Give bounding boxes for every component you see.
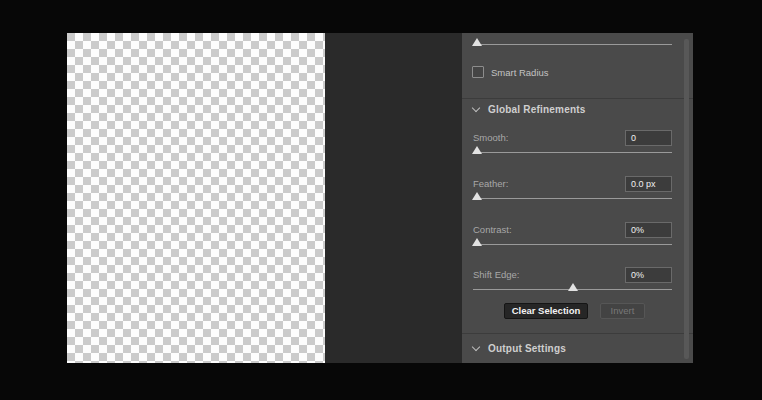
section-title: Global Refinements [488, 104, 586, 115]
shift-edge-control: Shift Edge: 0% [473, 267, 672, 301]
feather-control: Feather: 0.0 px [473, 176, 672, 210]
chevron-down-icon [472, 343, 480, 351]
contrast-control: Contrast: 0% [473, 222, 672, 256]
smart-radius-checkbox[interactable] [472, 66, 484, 78]
feather-slider[interactable] [473, 190, 672, 204]
contrast-slider-track [473, 244, 672, 245]
chevron-down-icon [472, 104, 480, 112]
radius-slider-thumb[interactable] [472, 38, 482, 46]
clear-selection-button[interactable]: Clear Selection [504, 303, 588, 319]
shift-edge-slider[interactable] [473, 281, 672, 295]
smart-radius-label: Smart Radius [491, 67, 549, 78]
panel-scrollbar[interactable] [684, 39, 689, 359]
canvas-pasteboard [325, 33, 462, 363]
radius-slider[interactable] [473, 36, 672, 50]
section-title: Output Settings [488, 343, 566, 354]
shift-edge-slider-thumb[interactable] [568, 283, 578, 291]
smooth-slider-thumb[interactable] [472, 146, 482, 154]
contrast-slider-thumb[interactable] [472, 238, 482, 246]
global-refinements-header[interactable]: Global Refinements [473, 103, 586, 115]
feather-slider-track [473, 198, 672, 199]
feather-slider-thumb[interactable] [472, 192, 482, 200]
output-settings-header[interactable]: Output Settings [473, 342, 566, 354]
transparent-document-canvas[interactable] [67, 33, 325, 363]
divider [462, 98, 693, 99]
divider [462, 333, 693, 334]
smooth-slider[interactable] [473, 144, 672, 158]
smooth-slider-track [473, 152, 672, 153]
properties-panel: Smart Radius Global Refinements Smooth: … [462, 33, 693, 363]
smooth-control: Smooth: 0 [473, 130, 672, 164]
screen: Smart Radius Global Refinements Smooth: … [0, 0, 762, 400]
invert-button[interactable]: Invert [600, 303, 645, 319]
radius-slider-track [473, 44, 672, 45]
smart-radius-row: Smart Radius [472, 65, 549, 79]
contrast-slider[interactable] [473, 236, 672, 250]
